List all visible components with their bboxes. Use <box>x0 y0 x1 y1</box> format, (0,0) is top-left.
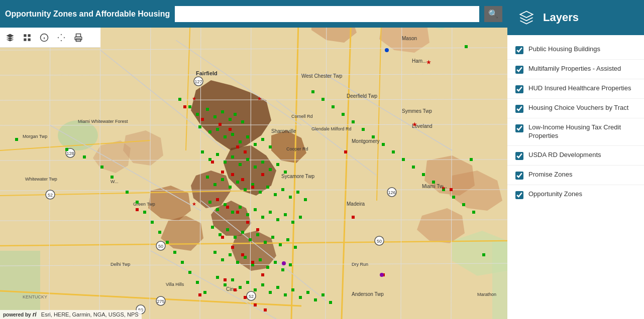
svg-text:★: ★ <box>412 121 417 128</box>
svg-rect-140 <box>281 188 284 191</box>
svg-rect-123 <box>239 163 242 166</box>
layer-item-promise-zones: Promise Zones <box>507 166 644 185</box>
svg-text:Cooper Rd: Cooper Rd <box>286 146 308 151</box>
svg-rect-251 <box>231 246 234 249</box>
svg-rect-207 <box>173 251 176 254</box>
svg-rect-243 <box>251 186 254 189</box>
svg-rect-153 <box>276 218 279 221</box>
svg-text:275: 275 <box>157 299 164 304</box>
svg-text:Miami Whitewater Forest: Miami Whitewater Forest <box>78 119 128 124</box>
svg-rect-148 <box>239 206 242 209</box>
layer-checkbox-promise-zones[interactable] <box>515 172 523 180</box>
layer-item-multifamily: Multifamily Properties - Assisted <box>507 60 644 79</box>
svg-rect-189 <box>284 293 287 296</box>
svg-rect-110 <box>216 128 219 131</box>
svg-text:★: ★ <box>441 185 446 191</box>
svg-rect-185 <box>254 288 257 291</box>
svg-rect-160 <box>234 236 237 239</box>
svg-rect-206 <box>166 241 169 244</box>
svg-rect-168 <box>294 246 297 249</box>
svg-rect-106 <box>234 113 237 116</box>
svg-rect-237 <box>236 145 239 148</box>
svg-rect-245 <box>216 198 219 201</box>
svg-rect-159 <box>226 228 229 231</box>
svg-rect-128 <box>276 163 279 166</box>
svg-text:West Chester Twp: West Chester Twp <box>301 73 343 79</box>
svg-rect-234 <box>201 118 204 121</box>
search-input[interactable] <box>175 6 479 22</box>
svg-rect-176 <box>266 266 269 269</box>
svg-rect-137 <box>259 191 262 194</box>
layer-item-lihtc: Low-Income Housing Tax Credit Properties <box>507 118 644 146</box>
svg-rect-227 <box>462 203 465 206</box>
svg-rect-105 <box>229 118 232 121</box>
layer-checkbox-public-housing[interactable] <box>515 46 523 54</box>
print-toolbar-icon[interactable] <box>72 32 84 44</box>
svg-text:128: 128 <box>66 151 74 156</box>
svg-rect-194 <box>321 293 325 296</box>
map-container[interactable]: Fairfield West Chester Twp Deerfield Twp… <box>0 0 507 319</box>
svg-rect-221 <box>402 158 405 161</box>
layer-label-public-housing: Public Housing Buildings <box>528 45 600 54</box>
svg-rect-220 <box>392 150 395 153</box>
svg-rect-152 <box>269 211 272 214</box>
svg-text:52: 52 <box>48 193 53 198</box>
svg-rect-149 <box>246 213 249 216</box>
svg-rect-100 <box>188 105 191 108</box>
svg-text:Morgan Twp: Morgan Twp <box>23 134 47 139</box>
svg-text:52: 52 <box>249 294 254 299</box>
svg-rect-226 <box>452 196 455 199</box>
layer-checkbox-multifamily[interactable] <box>515 66 523 74</box>
svg-rect-211 <box>203 291 206 294</box>
svg-text:KENTUCKY: KENTUCKY <box>23 294 47 299</box>
svg-rect-161 <box>241 231 244 234</box>
svg-rect-180 <box>216 276 219 279</box>
svg-text:Whitewater Twp: Whitewater Twp <box>25 177 57 182</box>
powered-by: powered by <box>3 312 31 317</box>
svg-rect-111 <box>224 135 227 138</box>
layer-checkbox-hud-healthcare[interactable] <box>515 85 523 93</box>
svg-rect-99 <box>178 98 181 101</box>
layers-list: Public Housing BuildingsMultifamily Prop… <box>507 35 644 319</box>
svg-rect-156 <box>299 216 302 219</box>
svg-text:Fairfield: Fairfield <box>196 70 218 76</box>
svg-rect-228 <box>472 211 475 214</box>
svg-rect-121 <box>224 161 227 164</box>
move-toolbar-icon[interactable] <box>55 32 67 44</box>
svg-rect-217 <box>362 128 365 131</box>
svg-rect-253 <box>251 261 254 264</box>
search-button[interactable]: 🔍 <box>484 6 502 22</box>
svg-rect-126 <box>261 161 264 164</box>
svg-rect-104 <box>221 110 224 113</box>
info-toolbar-icon[interactable] <box>38 32 50 44</box>
svg-rect-183 <box>239 286 242 289</box>
svg-rect-204 <box>151 221 154 224</box>
attribution-text: Esri, HERE, Garmin, NGA, USGS, NPS <box>41 311 139 317</box>
svg-text:Mason: Mason <box>402 36 417 41</box>
svg-text:Anderson Twp: Anderson Twp <box>352 291 384 297</box>
svg-rect-199 <box>100 166 103 169</box>
svg-rect-109 <box>208 130 211 133</box>
layer-checkbox-housing-choice[interactable] <box>515 105 523 113</box>
svg-rect-172 <box>236 261 239 264</box>
grid-toolbar-icon[interactable] <box>21 32 33 44</box>
svg-text:★: ★ <box>192 96 196 101</box>
svg-rect-107 <box>241 120 244 123</box>
toolbar <box>0 28 100 48</box>
layer-checkbox-lihtc[interactable] <box>515 124 523 132</box>
svg-rect-177 <box>274 261 277 264</box>
svg-rect-124 <box>246 158 249 161</box>
svg-text:Montgomery: Montgomery <box>352 138 380 144</box>
search-icon: 🔍 <box>488 9 498 19</box>
layer-checkbox-opportunity-zones[interactable] <box>515 191 523 199</box>
svg-rect-182 <box>231 278 234 281</box>
svg-rect-201 <box>126 191 129 194</box>
svg-text:Symmes Twp: Symmes Twp <box>402 108 432 114</box>
svg-text:Villa Hills: Villa Hills <box>166 282 184 287</box>
svg-rect-179 <box>289 263 292 266</box>
svg-text:Madeira: Madeira <box>347 201 365 207</box>
svg-rect-145 <box>216 208 219 211</box>
layer-checkbox-usda[interactable] <box>515 152 523 160</box>
layers-toolbar-icon[interactable] <box>4 32 16 44</box>
svg-rect-278 <box>24 38 26 41</box>
